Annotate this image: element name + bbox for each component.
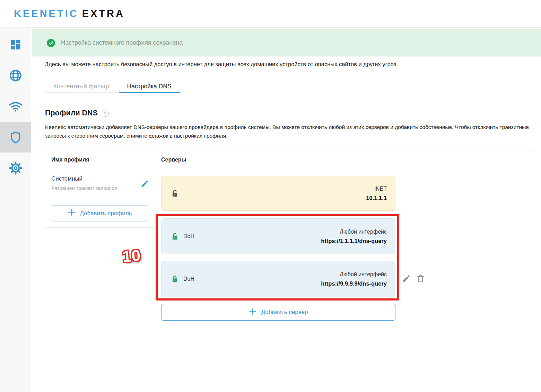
sidebar-item-dashboard[interactable] — [0, 29, 31, 60]
profile-card-system[interactable]: Системный Разрешен транзит запросов — [45, 169, 154, 198]
server-row-actions — [402, 274, 425, 283]
table-header-row: Имя профиля Серверы — [45, 150, 534, 169]
plus-icon — [67, 208, 76, 218]
section-header: Профили DNS ? — [45, 109, 109, 117]
server-address: https://9.9.9.9/dns-query — [321, 279, 387, 288]
help-icon[interactable]: ? — [102, 110, 109, 117]
add-profile-button[interactable]: Добавить профиль — [51, 205, 148, 221]
page: KEENETICEXTRA — [0, 0, 541, 392]
column-header-servers: Серверы — [161, 157, 186, 163]
server-address: 10.1.1.1 — [366, 193, 387, 203]
sidebar-nav — [0, 28, 31, 392]
profile-subtitle: Разрешен транзит запросов — [51, 185, 148, 191]
server-interface-label: iNET — [366, 184, 387, 193]
profile-list: Системный Разрешен транзит запросов Доба… — [45, 169, 154, 228]
brand-primary: KEENETIC — [14, 8, 79, 19]
delete-server-icon[interactable] — [416, 274, 425, 283]
banner-message: Настройка системного профиля сохранена — [61, 39, 183, 46]
top-header: KEENETICEXTRA — [0, 0, 541, 28]
lock-closed-icon[interactable] — [171, 275, 178, 283]
server-protocol: DoH — [183, 276, 194, 282]
dashboard-icon — [9, 38, 22, 51]
lock-closed-icon[interactable] — [171, 232, 178, 241]
server-card-doh-1: DoH Любой интерфейс https://1.1.1.1/dns-… — [161, 218, 395, 254]
plus-icon — [248, 307, 257, 317]
edit-profile-icon[interactable] — [141, 180, 149, 188]
wifi-icon — [8, 99, 23, 114]
check-circle-icon — [46, 38, 55, 47]
page-intro-text: Здесь вы можете настроить безопасный дос… — [45, 61, 530, 68]
sidebar-item-settings[interactable] — [0, 153, 31, 183]
sidebar-item-wifi[interactable] — [0, 91, 31, 122]
keenetic-logo: KEENETICEXTRA — [14, 8, 125, 19]
section-description: Keenetic автоматически добавляет DNS-сер… — [45, 123, 531, 140]
server-address: https://1.1.1.1/dns-query — [321, 236, 387, 246]
tab-bar: Контентный фильтр Настройка DNS — [45, 81, 180, 93]
profile-name: Системный — [51, 175, 148, 182]
annotation-step-number: 10 — [122, 246, 142, 266]
add-server-label: Добавить сервер — [261, 309, 308, 316]
brand-secondary: EXTRA — [82, 8, 125, 19]
server-protocol: DoH — [183, 233, 194, 239]
server-interface-label: Любой интерфейс — [321, 227, 387, 236]
sidebar-item-security[interactable] — [0, 122, 31, 153]
server-card-provider: iNET 10.1.1.1 — [161, 176, 395, 211]
sidebar-item-internet[interactable] — [0, 60, 31, 91]
shield-icon — [9, 131, 22, 144]
add-profile-label: Добавить профиль — [80, 210, 132, 217]
edit-server-icon[interactable] — [402, 274, 411, 283]
column-header-profile-name: Имя профиля — [51, 157, 154, 163]
globe-icon — [9, 69, 23, 82]
add-server-button[interactable]: Добавить сервер — [161, 304, 395, 321]
section-title: Профили DNS — [45, 109, 98, 117]
tab-content-filter[interactable]: Контентный фильтр — [45, 81, 118, 93]
tab-dns-settings[interactable]: Настройка DNS — [119, 81, 180, 93]
lock-open-icon[interactable] — [171, 189, 178, 198]
success-banner: Настройка системного профиля сохранена — [32, 29, 541, 56]
server-card-doh-2: DoH Любой интерфейс https://9.9.9.9/dns-… — [161, 261, 395, 297]
server-interface-label: Любой интерфейс — [321, 270, 387, 279]
gear-icon — [9, 161, 23, 175]
